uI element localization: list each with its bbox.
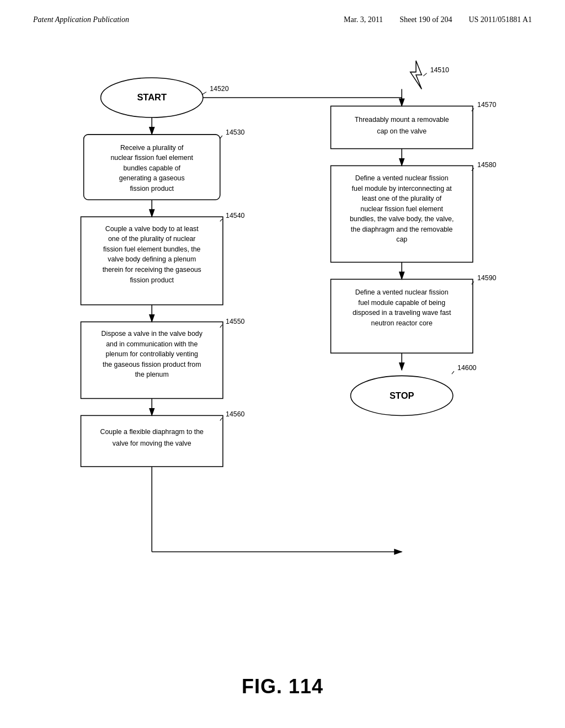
label-14590: 14590	[477, 274, 496, 282]
label-14530: 14530	[226, 129, 244, 136]
header-right: Mar. 3, 2011 Sheet 190 of 204 US 2011/05…	[344, 15, 532, 24]
svg-text:fission fuel element bundles, : fission fuel element bundles, the	[103, 245, 200, 253]
svg-text:disposed in a traveling wave f: disposed in a traveling wave fast	[353, 309, 451, 317]
svg-text:cap: cap	[396, 235, 407, 243]
svg-line-34	[423, 73, 427, 76]
svg-line-26	[220, 325, 222, 328]
label-14550: 14550	[226, 318, 244, 325]
svg-text:bundles, the valve body, the v: bundles, the valve body, the valve,	[350, 215, 454, 223]
svg-text:Define a vented nuclear fissio: Define a vented nuclear fission	[355, 288, 449, 296]
svg-text:neutron reactor core: neutron reactor core	[371, 319, 433, 327]
page-header: Patent Application Publication Mar. 3, 2…	[0, 0, 565, 30]
svg-text:fission product: fission product	[130, 185, 174, 192]
label-14570: 14570	[477, 101, 496, 109]
svg-text:generating a gaseous: generating a gaseous	[119, 174, 185, 182]
label-14510: 14510	[430, 66, 449, 74]
svg-text:the gaseous fission product fr: the gaseous fission product from	[103, 361, 201, 368]
figure-label: FIG. 114	[0, 675, 565, 715]
svg-text:the plenum: the plenum	[135, 371, 169, 378]
svg-text:Couple a valve body to at leas: Couple a valve body to at least	[105, 225, 199, 233]
label-14600: 14600	[457, 364, 476, 372]
svg-text:the diaphragm and the removabl: the diaphragm and the removable	[351, 226, 453, 233]
n14530-line1: Receive a plurality of	[120, 144, 184, 152]
svg-text:Threadably mount a removable: Threadably mount a removable	[355, 116, 449, 124]
date-label: Mar. 3, 2011	[344, 15, 383, 24]
publication-label: Patent Application Publication	[33, 15, 129, 24]
svg-text:Dispose a valve in the valve b: Dispose a valve in the valve body	[102, 330, 203, 338]
svg-text:Define a vented nuclear fissio: Define a vented nuclear fission	[355, 174, 449, 182]
svg-text:fuel module by interconnecting: fuel module by interconnecting at	[352, 185, 452, 192]
label-14520: 14520	[210, 85, 228, 93]
diagram-area: START 14520 Receive a plurality of nucle…	[0, 30, 565, 675]
svg-text:therein for receiving the gase: therein for receiving the gaseous	[103, 266, 201, 274]
svg-line-18	[220, 219, 222, 221]
svg-line-31	[220, 418, 222, 421]
svg-text:least one of the plurality of: least one of the plurality of	[362, 195, 442, 202]
svg-text:valve for moving the valve: valve for moving the valve	[113, 440, 191, 447]
svg-marker-35	[411, 61, 422, 89]
svg-line-62	[452, 371, 454, 374]
label-14560: 14560	[226, 410, 244, 418]
label-14540: 14540	[226, 212, 244, 220]
svg-line-9	[220, 136, 222, 138]
svg-text:and in communication with the: and in communication with the	[106, 340, 198, 348]
svg-text:nuclear fission fuel element: nuclear fission fuel element	[360, 205, 443, 213]
svg-text:fission product: fission product	[130, 276, 174, 284]
svg-text:plenum for controllably ventin: plenum for controllably venting	[106, 350, 199, 358]
svg-text:fuel module capable of being: fuel module capable of being	[358, 299, 445, 307]
start-label: START	[137, 92, 167, 102]
svg-text:bundles capable of: bundles capable of	[123, 164, 180, 172]
sheet-label: Sheet 190 of 204	[399, 15, 452, 24]
svg-text:Couple a flexible diaphragm to: Couple a flexible diaphragm to the	[100, 428, 204, 436]
svg-line-2	[202, 92, 206, 95]
svg-text:nuclear fission fuel element: nuclear fission fuel element	[110, 154, 193, 162]
label-14580: 14580	[477, 161, 496, 169]
patent-label: US 2011/051881 A1	[468, 15, 532, 24]
svg-text:one of the plurality of nuclea: one of the plurality of nuclear	[108, 235, 196, 243]
svg-text:valve body defining a plenum: valve body defining a plenum	[108, 255, 196, 263]
stop-label: STOP	[390, 390, 414, 400]
svg-text:cap on the valve: cap on the valve	[377, 127, 427, 135]
flowchart-svg: START 14520 Receive a plurality of nucle…	[22, 41, 543, 620]
